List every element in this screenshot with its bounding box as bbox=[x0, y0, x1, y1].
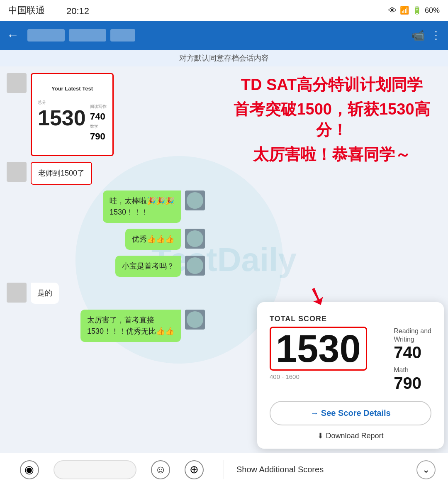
bottom-toolbar: ◉ ☺ ⊕ Show Additional Scores ⌄ bbox=[0, 453, 448, 486]
avatar bbox=[7, 162, 27, 182]
header-block-1 bbox=[27, 29, 65, 42]
header-block-3 bbox=[110, 29, 135, 42]
see-score-details-label: → See Score Details bbox=[310, 408, 390, 418]
status-icons: 👁 📶 🔋 60% bbox=[388, 6, 440, 15]
message-bubble: 优秀👍👍👍 bbox=[125, 229, 181, 250]
message-bubble: 是的 bbox=[31, 283, 59, 304]
message-text: 老师到1500了 bbox=[38, 169, 85, 177]
message-text: 优秀👍👍👍 bbox=[132, 235, 174, 243]
math-label: Math bbox=[394, 366, 431, 374]
avatar-face bbox=[187, 311, 203, 328]
back-button[interactable]: ← bbox=[7, 28, 19, 42]
carrier-time: 中国联通 bbox=[8, 4, 45, 17]
list-item: 老师到1500了 bbox=[7, 162, 209, 185]
header-action-icons[interactable]: 📹 ⋮ bbox=[411, 29, 441, 42]
chat-title-area bbox=[27, 29, 403, 42]
total-score-label: TOTAL SCORE bbox=[270, 315, 385, 323]
chat-area: TestDaily TD SAT高分特训计划同学 首考突破1500，斩获1530… bbox=[0, 66, 448, 453]
message-text: 太厉害了，首考直接1530！！！优秀无比👍👍 bbox=[87, 316, 174, 335]
sub-scores-section: Reading andWriting 740 Math 790 bbox=[394, 315, 431, 393]
message-text: 是的 bbox=[37, 289, 52, 297]
avatar bbox=[7, 73, 27, 93]
message-input[interactable] bbox=[54, 460, 136, 479]
overlay-line3: 太厉害啦！恭喜同学～ bbox=[224, 144, 440, 165]
see-score-details-button[interactable]: → See Score Details bbox=[270, 401, 431, 425]
score-result-inner: TOTAL SCORE 1530 400 - 1600 Reading andW… bbox=[270, 315, 431, 393]
toolbar-right-section: Show Additional Scores ⌄ bbox=[224, 460, 448, 479]
total-score-value: 1530 bbox=[270, 327, 367, 371]
battery-pct: 60% bbox=[425, 6, 440, 15]
total-score-section: TOTAL SCORE 1530 400 - 1600 bbox=[270, 315, 385, 380]
messages-list: Your Latest Test 总分 1530 阅读写作 740 数学 790 bbox=[0, 66, 216, 349]
avatar-face bbox=[187, 257, 203, 274]
list-item: Your Latest Test 总分 1530 阅读写作 740 数学 790 bbox=[7, 73, 209, 156]
list-item: 是的 bbox=[7, 283, 209, 304]
score-img-title: Your Latest Test bbox=[51, 85, 93, 92]
avatar-face bbox=[187, 230, 203, 247]
avatar bbox=[185, 310, 205, 330]
score-range: 400 - 1600 bbox=[270, 373, 385, 380]
battery-icon: 🔋 bbox=[412, 6, 421, 15]
chevron-down-icon: ⌄ bbox=[422, 464, 430, 475]
message-text: 哇，太棒啦🎉🎉🎉1530！！！ bbox=[110, 197, 174, 216]
list-item: 太厉害了，首考直接1530！！！优秀无比👍👍 bbox=[7, 310, 209, 342]
list-item: 优秀👍👍👍 bbox=[7, 229, 209, 250]
header-block-2 bbox=[69, 29, 106, 42]
show-additional-scores-label: Show Additional Scores bbox=[236, 465, 324, 474]
score-img-subs: 阅读写作 740 数学 790 bbox=[90, 100, 107, 142]
consent-text: 对方默认同意存档会话内容 bbox=[179, 53, 269, 63]
reading-writing-score: 740 bbox=[394, 343, 431, 362]
list-item: 小宝是首考吗？ bbox=[7, 256, 209, 277]
add-icon[interactable]: ⊕ bbox=[185, 460, 204, 479]
score-img-main: 总分 1530 bbox=[38, 100, 86, 130]
emoji-icon[interactable]: ☺ bbox=[151, 460, 170, 479]
toolbar-left-icons: ◉ ☺ ⊕ bbox=[0, 460, 224, 479]
status-time: 20:12 bbox=[66, 6, 89, 17]
list-item: 哇，太棒啦🎉🎉🎉1530！！！ bbox=[7, 190, 209, 223]
reading-writing-subsection: Reading andWriting 740 bbox=[394, 327, 431, 361]
consent-bar: 对方默认同意存档会话内容 bbox=[0, 50, 448, 66]
message-bubble: 老师到1500了 bbox=[31, 162, 92, 185]
video-call-icon[interactable]: 📹 bbox=[411, 29, 425, 42]
download-report-link[interactable]: ⬇ Download Report bbox=[270, 431, 431, 440]
avatar bbox=[185, 190, 205, 210]
download-report-label: ⬇ Download Report bbox=[317, 431, 383, 440]
message-text: 小宝是首考吗？ bbox=[122, 262, 174, 270]
score-image-bubble: Your Latest Test 总分 1530 阅读写作 740 数学 790 bbox=[31, 73, 114, 156]
reading-writing-label: Reading andWriting bbox=[394, 327, 431, 343]
arrow-icon: ➘ bbox=[303, 279, 332, 313]
overlay-line1: TD SAT高分特训计划同学 bbox=[224, 75, 440, 95]
chevron-down-button[interactable]: ⌄ bbox=[416, 460, 436, 479]
more-options-icon[interactable]: ⋮ bbox=[431, 29, 441, 42]
score-result-card: ➘ TOTAL SCORE 1530 400 - 1600 Reading an… bbox=[257, 302, 444, 449]
avatar bbox=[185, 229, 205, 249]
message-bubble: 哇，太棒啦🎉🎉🎉1530！！！ bbox=[103, 190, 181, 223]
message-bubble: 太厉害了，首考直接1530！！！优秀无比👍👍 bbox=[80, 310, 181, 342]
overlay-line2: 首考突破1500，斩获1530高分！ bbox=[224, 99, 440, 140]
message-bubble: 小宝是首考吗？ bbox=[115, 256, 181, 277]
status-bar: 中国联通 20:12 👁 📶 🔋 60% bbox=[0, 0, 448, 21]
avatar-face bbox=[187, 192, 203, 209]
overlay-annotation: TD SAT高分特训计划同学 首考突破1500，斩获1530高分！ 太厉害啦！恭… bbox=[224, 75, 440, 165]
signal-icon: 📶 bbox=[400, 6, 409, 15]
avatar bbox=[185, 256, 205, 276]
avatar bbox=[7, 283, 27, 303]
math-score: 790 bbox=[394, 374, 431, 393]
chat-header: ← 📹 ⋮ bbox=[0, 21, 448, 50]
voice-input-icon[interactable]: ◉ bbox=[20, 460, 39, 479]
eye-icon: 👁 bbox=[388, 6, 397, 15]
math-subsection: Math 790 bbox=[394, 366, 431, 393]
